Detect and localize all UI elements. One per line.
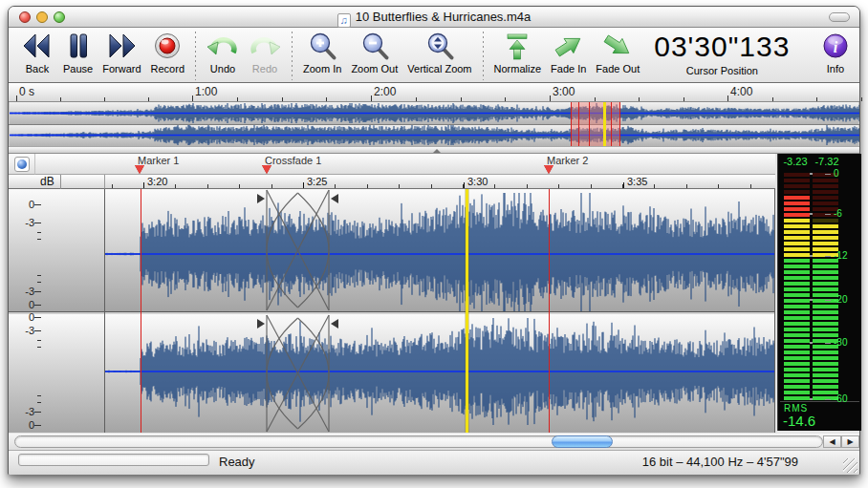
undo-button[interactable]: Undo <box>202 31 244 75</box>
ruler-minor-tick <box>431 184 432 188</box>
toolbar-separator <box>483 32 484 80</box>
ruler-minor-tick <box>527 184 528 188</box>
playback-cursor-line[interactable] <box>466 189 468 433</box>
ruler-minor-tick <box>112 184 113 188</box>
meter-scale-label: -20 <box>834 294 861 305</box>
app-window: ♫10 Butterflies & Hurricanes.m4a Back Pa… <box>8 6 860 475</box>
meter-segment <box>813 230 838 234</box>
format-info: 16 bit – 44,100 Hz – 4'57"99 <box>642 455 798 469</box>
pause-button[interactable]: Pause <box>58 31 98 75</box>
meter-segment <box>813 362 838 366</box>
markers-strip[interactable]: Marker 1Crossfade 1Marker 2 <box>35 154 775 175</box>
toolbar-toggle-button[interactable] <box>829 12 850 22</box>
meter-segment <box>784 368 810 371</box>
meter-segment <box>784 184 810 188</box>
record-button[interactable]: Record <box>146 31 189 75</box>
ruler-tick-label: 3:20 <box>147 176 167 187</box>
meter-segment <box>813 219 838 223</box>
ruler-minor-tick <box>558 184 559 188</box>
meter-segment <box>784 385 810 389</box>
db-scale-tick <box>34 412 41 413</box>
meter-segment <box>784 356 810 360</box>
ruler-minor-tick <box>684 97 684 101</box>
marker-triangle-icon[interactable] <box>135 165 144 174</box>
ruler-tick-label: 3:35 <box>627 176 647 187</box>
meter-segment <box>784 322 810 326</box>
scroll-left-button[interactable]: ◀ <box>823 435 841 448</box>
ruler-minor-tick <box>175 184 176 188</box>
track-speaker-icon[interactable] <box>14 157 30 172</box>
marker-triangle-icon[interactable] <box>544 165 553 174</box>
db-scale-tick <box>34 425 41 426</box>
meter-segment <box>813 310 838 314</box>
scrollbar-thumb[interactable] <box>552 435 613 448</box>
waveform-editor[interactable] <box>104 189 775 433</box>
scroll-right-button[interactable]: ▶ <box>841 435 859 448</box>
cursor-position-display: 03'30"133 Cursor Position <box>648 31 795 76</box>
meter-segment <box>784 219 810 223</box>
meter-scale-tick <box>825 343 831 344</box>
forward-button[interactable]: Forward <box>98 31 145 75</box>
meter-segment <box>813 265 838 268</box>
meter-segment <box>784 350 810 354</box>
vertical-zoom-button[interactable]: Vertical Zoom <box>402 31 476 75</box>
back-button[interactable]: Back <box>16 31 58 75</box>
ruler-minor-tick <box>591 184 592 188</box>
scrollbar-track[interactable] <box>14 435 823 448</box>
marker-line[interactable] <box>549 189 550 433</box>
overview-time-ruler[interactable]: 0 s1:002:003:004:00 <box>9 83 859 102</box>
ruler-minor-tick <box>750 184 751 188</box>
db-scale-minor-tick <box>37 340 41 341</box>
zoom-out-button[interactable]: Zoom Out <box>346 31 402 75</box>
zoom-in-button[interactable]: Zoom In <box>298 31 346 75</box>
info-button[interactable]: i Info <box>815 31 856 75</box>
meter-segment <box>784 265 810 268</box>
meter-scale-label: -30 <box>834 337 861 348</box>
db-scale-tick <box>34 305 41 306</box>
meter-segment <box>813 236 838 240</box>
redo-button[interactable]: Redo <box>244 31 286 75</box>
meter-segment <box>813 385 838 389</box>
titlebar[interactable]: ♫10 Butterflies & Hurricanes.m4a <box>9 7 859 28</box>
fade-out-button[interactable]: Fade Out <box>591 31 644 75</box>
meter-segment <box>813 373 838 377</box>
marker-line[interactable] <box>141 189 141 433</box>
db-scale-minor-tick <box>37 232 41 233</box>
ruler-tick-label: 0 s <box>19 85 34 98</box>
overview-waveform[interactable] <box>9 102 859 146</box>
horizontal-scrollbar[interactable]: ◀ ▶ <box>9 434 859 450</box>
ruler-minor-tick <box>104 97 105 101</box>
meter-segment <box>784 253 810 257</box>
normalize-button[interactable]: Normalize <box>489 31 547 75</box>
undo-icon <box>206 32 239 61</box>
ruler-minor-tick <box>237 97 238 101</box>
marker-triangle-icon[interactable] <box>262 165 271 174</box>
ruler-minor-tick <box>861 97 862 101</box>
rms-value: -14.6 <box>783 413 815 429</box>
resize-grip[interactable] <box>843 458 857 473</box>
ruler-minor-tick <box>505 97 506 101</box>
ruler-tick-label: 1:00 <box>195 85 217 98</box>
db-scale-tick <box>34 330 41 331</box>
time-ruler[interactable]: 3:203:253:303:35 <box>104 175 775 189</box>
fade-in-button[interactable]: Fade In <box>546 31 591 75</box>
splitter-bar[interactable] <box>9 146 859 154</box>
redo-icon <box>249 32 281 61</box>
ruler-minor-tick <box>271 184 272 188</box>
meter-segment <box>813 328 838 331</box>
db-scale-number: 0 <box>11 311 34 323</box>
meter-scale-label: -60 <box>834 393 861 404</box>
channel-waveform-svg <box>105 314 775 433</box>
db-scale-number: -3 <box>11 406 34 417</box>
meter-segment <box>784 282 810 286</box>
meter-segment <box>784 213 810 217</box>
info-icon: i <box>820 32 851 61</box>
ruler-tick <box>371 95 372 101</box>
meter-scale-tick <box>810 213 813 215</box>
peak-readout-left: -3.23 <box>780 156 811 167</box>
splitter-grip-icon <box>433 149 441 153</box>
meter-segment <box>784 328 810 331</box>
ruler-tick-label: 3:30 <box>467 176 488 187</box>
speaker-glyph <box>17 159 27 169</box>
meter-segment <box>784 333 810 337</box>
